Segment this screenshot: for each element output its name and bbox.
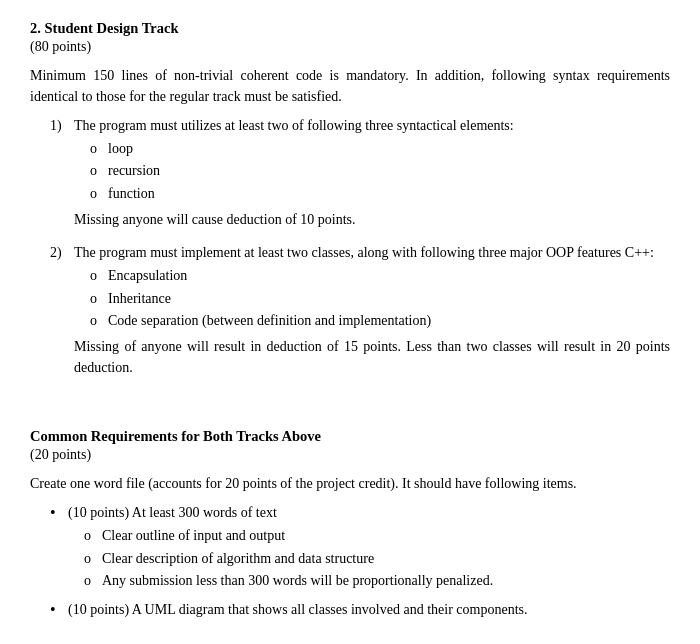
sub-item-text: Encapsulation	[108, 265, 187, 287]
circle-bullet-icon: o	[90, 310, 108, 332]
item1-content: The program must utilizes at least two o…	[74, 115, 670, 230]
circle-bullet-icon: o	[90, 183, 108, 205]
bullet-dot-icon: •	[50, 502, 68, 524]
common-list: • (10 points) At least 300 words of text…	[30, 502, 670, 621]
common-points: (20 points)	[30, 447, 670, 463]
section2-item2: 2) The program must implement at least t…	[50, 242, 670, 378]
sub-item-text: Inheritance	[108, 288, 171, 310]
sub-item: o Code separation (between definition an…	[90, 310, 670, 332]
sub-item-text: Code separation (between definition and …	[108, 310, 431, 332]
section-common: Common Requirements for Both Tracks Abov…	[30, 428, 670, 621]
item2-text: The program must implement at least two …	[74, 245, 654, 260]
sub-item: o function	[90, 183, 670, 205]
sub-item: o recursion	[90, 160, 670, 182]
item2-num: 2)	[50, 242, 74, 263]
sub-item-text: Clear description of algorithm and data …	[102, 548, 374, 570]
sub-item-text: Any submission less than 300 words will …	[102, 570, 493, 592]
circle-bullet-icon: o	[90, 160, 108, 182]
section2-intro: Minimum 150 lines of non-trivial coheren…	[30, 65, 670, 107]
item2-subitems: o Encapsulation o Inheritance o Code sep…	[74, 265, 670, 332]
section2-item1: 1) The program must utilizes at least tw…	[50, 115, 670, 230]
item1-num: 1)	[50, 115, 74, 136]
section2-title: 2. Student Design Track	[30, 20, 670, 37]
bullet-dot-icon: •	[50, 599, 68, 621]
sub-item-text: Clear outline of input and output	[102, 525, 285, 547]
common-intro: Create one word file (accounts for 20 po…	[30, 473, 670, 494]
common-item1-subitems: o Clear outline of input and output o Cl…	[68, 525, 670, 592]
sub-item-text: loop	[108, 138, 133, 160]
common-item2: • (10 points) A UML diagram that shows a…	[50, 599, 670, 621]
item2-note: Missing of anyone will result in deducti…	[74, 336, 670, 378]
sub-item: o Clear outline of input and output	[84, 525, 670, 547]
circle-bullet-icon: o	[84, 570, 102, 592]
item1-subitems: o loop o recursion o function	[74, 138, 670, 205]
common-item2-content: (10 points) A UML diagram that shows all…	[68, 599, 670, 620]
sub-item: o loop	[90, 138, 670, 160]
sub-item-text: recursion	[108, 160, 160, 182]
common-item1: • (10 points) At least 300 words of text…	[50, 502, 670, 594]
item1-text: The program must utilizes at least two o…	[74, 118, 514, 133]
item1-note: Missing anyone will cause deduction of 1…	[74, 209, 670, 230]
circle-bullet-icon: o	[90, 288, 108, 310]
section2-points: (80 points)	[30, 39, 670, 55]
circle-bullet-icon: o	[84, 525, 102, 547]
common-item1-text: (10 points) At least 300 words of text	[68, 505, 277, 520]
sub-item: o Encapsulation	[90, 265, 670, 287]
common-title: Common Requirements for Both Tracks Abov…	[30, 428, 670, 445]
circle-bullet-icon: o	[90, 265, 108, 287]
sub-item: o Any submission less than 300 words wil…	[84, 570, 670, 592]
sub-item-text: function	[108, 183, 155, 205]
circle-bullet-icon: o	[84, 548, 102, 570]
section2: 2. Student Design Track (80 points) Mini…	[30, 20, 670, 378]
common-item1-content: (10 points) At least 300 words of text o…	[68, 502, 670, 594]
sub-item: o Clear description of algorithm and dat…	[84, 548, 670, 570]
sub-item: o Inheritance	[90, 288, 670, 310]
common-item2-text: (10 points) A UML diagram that shows all…	[68, 602, 527, 617]
circle-bullet-icon: o	[90, 138, 108, 160]
item2-content: The program must implement at least two …	[74, 242, 670, 378]
section2-list: 1) The program must utilizes at least tw…	[30, 115, 670, 378]
